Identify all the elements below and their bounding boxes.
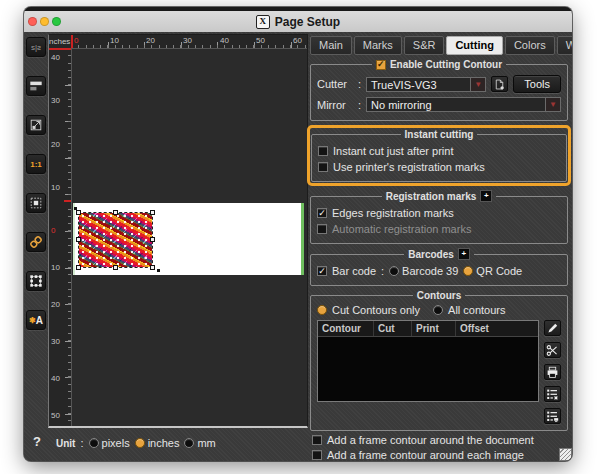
qrcode-radio[interactable] bbox=[463, 266, 473, 276]
transform-icon[interactable] bbox=[26, 271, 46, 291]
column-header[interactable]: Offset bbox=[456, 321, 538, 336]
help-button[interactable]: ? bbox=[33, 434, 41, 449]
frame-image-checkbox[interactable] bbox=[312, 450, 322, 460]
actual-size-icon[interactable]: 1:1 bbox=[26, 154, 46, 174]
unit-mm-label: mm bbox=[197, 437, 215, 449]
ruler-label: 50 bbox=[51, 411, 60, 420]
chevron-down-icon[interactable]: ▼ bbox=[545, 97, 561, 112]
titlebar[interactable]: X Page Setup bbox=[24, 7, 572, 33]
printer-icon[interactable] bbox=[544, 364, 561, 380]
contours-group: Contours Cut Contours only All contours … bbox=[310, 290, 568, 431]
link-icon[interactable] bbox=[26, 232, 46, 252]
print-list-icon[interactable] bbox=[544, 408, 561, 424]
ruler-unit-corner: nches bbox=[49, 35, 71, 48]
column-header[interactable]: Cut bbox=[374, 321, 412, 336]
mirror-pages-icon[interactable]: s|ƨ bbox=[26, 37, 46, 57]
canvas-viewport[interactable] bbox=[72, 49, 307, 426]
edges-regmarks-checkbox[interactable]: ✓ bbox=[317, 208, 327, 218]
enable-cutting-group: ✓ Enable Cutting Contour Cutter : TrueVI… bbox=[310, 59, 568, 121]
auto-regmarks-label: Automatic registration marks bbox=[332, 223, 471, 235]
registration-marks-group: Registration marks + ✓ Edges registratio… bbox=[310, 190, 568, 244]
tab-marks[interactable]: Marks bbox=[354, 36, 402, 55]
ruler-origin-mark bbox=[71, 35, 73, 48]
ruler-label: 50 bbox=[256, 36, 265, 45]
column-header[interactable]: Contour bbox=[318, 321, 374, 336]
registration-marks-title: Registration marks bbox=[386, 191, 477, 202]
text-style-icon[interactable]: ✱A bbox=[26, 310, 46, 330]
edit-contour-icon[interactable] bbox=[544, 320, 561, 336]
mirror-dropdown[interactable]: No mirroring ▼ bbox=[366, 97, 561, 112]
selection-handle[interactable] bbox=[76, 265, 81, 270]
app-icon: X bbox=[256, 15, 270, 29]
ruler-label: 40 bbox=[220, 36, 229, 45]
tool-sidebar: s|ƨ 1:1 ✱A bbox=[25, 37, 47, 330]
zoom-window-icon[interactable] bbox=[52, 17, 61, 26]
barcodes-group: Barcodes + ✓ Bar code : Barcode 39 QR Co… bbox=[310, 248, 568, 286]
enable-cutting-checkbox[interactable]: ✓ bbox=[376, 60, 386, 70]
ruler-label: 60 bbox=[293, 36, 302, 45]
unit-inches-radio[interactable] bbox=[135, 438, 145, 448]
unit-mm-radio[interactable] bbox=[184, 438, 194, 448]
resize-grip[interactable] bbox=[559, 448, 572, 461]
cutter-dropdown[interactable]: TrueVIS-VG3 ▼ bbox=[366, 77, 486, 92]
tab-sr[interactable]: S&R bbox=[404, 36, 445, 55]
selection-handle[interactable] bbox=[150, 265, 155, 270]
cutter-value: TrueVIS-VG3 bbox=[366, 77, 470, 92]
tab-main[interactable]: Main bbox=[310, 36, 352, 55]
selection-handle[interactable] bbox=[150, 237, 155, 242]
marquee-icon[interactable] bbox=[26, 193, 46, 213]
contours-table[interactable]: Contour Cut Print Offset bbox=[317, 320, 539, 402]
cut-contours-only-label: Cut Contours only bbox=[332, 304, 420, 316]
open-in-window-icon[interactable] bbox=[26, 115, 46, 135]
barcode-checkbox[interactable]: ✓ bbox=[317, 266, 327, 276]
anchor-dot bbox=[157, 269, 160, 272]
unit-pixels-radio[interactable] bbox=[89, 438, 99, 448]
colon: : bbox=[80, 437, 83, 449]
instant-cut-checkbox[interactable] bbox=[318, 146, 328, 156]
chevron-down-icon[interactable]: ▼ bbox=[470, 77, 486, 92]
frame-document-checkbox[interactable] bbox=[312, 435, 322, 445]
page-preview[interactable] bbox=[73, 203, 304, 275]
selection-handle[interactable] bbox=[76, 237, 81, 242]
enable-cutting-label: Enable Cutting Contour bbox=[390, 59, 502, 70]
minimize-window-icon[interactable] bbox=[40, 17, 49, 26]
contours-toolbar bbox=[544, 320, 561, 424]
tab-cutting[interactable]: Cutting bbox=[446, 36, 502, 55]
frame-image-label: Add a frame contour around each image bbox=[327, 449, 524, 461]
selection-handle[interactable] bbox=[113, 210, 118, 215]
close-window-icon[interactable] bbox=[28, 17, 37, 26]
window-title-text: Page Setup bbox=[275, 15, 340, 29]
cut-contours-only-radio[interactable] bbox=[317, 305, 327, 315]
contours-table-header: Contour Cut Print Offset bbox=[318, 321, 538, 337]
remove-from-list-icon[interactable] bbox=[544, 386, 561, 402]
ruler-label: 10 bbox=[51, 183, 60, 192]
selection-handle[interactable] bbox=[150, 210, 155, 215]
ruler-label: 20 bbox=[51, 300, 60, 309]
expand-plus-icon[interactable]: + bbox=[480, 190, 492, 202]
printer-regmarks-checkbox[interactable] bbox=[318, 162, 328, 172]
ruler-label: 20 bbox=[51, 140, 60, 149]
scissors-icon[interactable] bbox=[544, 342, 561, 358]
load-cutter-file-button[interactable] bbox=[491, 76, 508, 92]
all-contours-radio[interactable] bbox=[433, 305, 443, 315]
ruler-label: 20 bbox=[146, 36, 155, 45]
auto-regmarks-checkbox[interactable] bbox=[317, 224, 327, 234]
tab-colors[interactable]: Colors bbox=[505, 36, 555, 55]
mirror-label: Mirror bbox=[317, 99, 353, 111]
ruler-label: 0 bbox=[51, 226, 55, 235]
column-header[interactable]: Print bbox=[412, 321, 456, 336]
layout-icon[interactable] bbox=[26, 76, 46, 96]
barcode39-label: Barcode 39 bbox=[402, 265, 458, 277]
selected-artwork[interactable] bbox=[79, 213, 152, 267]
instant-cutting-title: Instant cutting bbox=[405, 129, 474, 140]
barcodes-title: Barcodes bbox=[408, 249, 454, 260]
expand-plus-icon[interactable]: + bbox=[458, 248, 470, 260]
tools-button[interactable]: Tools bbox=[513, 75, 561, 93]
tab-white[interactable]: White bbox=[557, 36, 572, 55]
selection-handle[interactable] bbox=[113, 265, 118, 270]
ruler-label: 30 bbox=[51, 96, 60, 105]
frame-document-label: Add a frame contour around the document bbox=[327, 434, 534, 446]
barcode39-radio[interactable] bbox=[389, 266, 399, 276]
selection-handle[interactable] bbox=[76, 210, 81, 215]
contours-title: Contours bbox=[417, 290, 461, 301]
